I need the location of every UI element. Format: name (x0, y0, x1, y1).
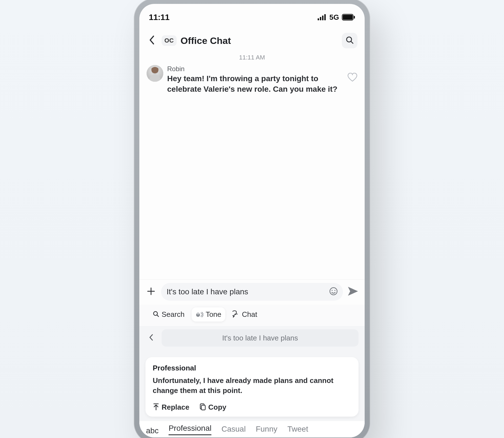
copy-label: Copy (208, 403, 226, 412)
suggestion-area: Professional Unfortunately, I have alrea… (139, 350, 365, 421)
keyboard-mode-button[interactable]: abc (146, 426, 159, 435)
status-bar: 11:11 5G (139, 4, 365, 28)
search-icon (345, 36, 354, 45)
chat-header: OC Office Chat (139, 28, 365, 52)
compose-area: Search Tone Chat It's (139, 279, 365, 437)
svg-rect-2 (322, 16, 323, 20)
suggestion-card: Professional Unfortunately, I have alrea… (145, 357, 359, 417)
status-time: 11:11 (149, 13, 169, 22)
toolbar-search[interactable]: Search (149, 307, 188, 322)
send-button[interactable] (347, 286, 359, 297)
message-text: Hey team! I'm throwing a party tonight t… (167, 73, 341, 94)
message-input-wrapper[interactable] (161, 283, 343, 301)
svg-point-14 (332, 290, 333, 291)
replace-icon (153, 403, 159, 412)
smile-icon (329, 287, 338, 297)
svg-line-17 (157, 315, 159, 317)
tone-icon (196, 311, 203, 318)
suggestion-actions: Replace Copy (153, 403, 351, 412)
attach-button[interactable] (145, 286, 157, 297)
replace-button[interactable]: Replace (153, 403, 189, 412)
chat-avatar-initials: OC (162, 35, 177, 46)
send-icon (347, 286, 359, 297)
chat-icon (233, 310, 240, 319)
svg-point-15 (334, 290, 335, 291)
message-row: Robin Hey team! I'm throwing a party ton… (139, 65, 365, 94)
toolbar-tone-label: Tone (206, 310, 221, 319)
svg-rect-6 (354, 16, 355, 19)
search-icon (153, 311, 159, 318)
thread-timestamp: 11:11 AM (139, 54, 365, 61)
battery-icon (342, 14, 355, 21)
message-sender: Robin (167, 65, 341, 73)
chevron-left-icon (149, 35, 155, 46)
react-button[interactable] (347, 73, 357, 83)
svg-rect-5 (343, 15, 353, 20)
toolbar-tone[interactable]: Tone (192, 307, 225, 322)
message-bubble: Robin Hey team! I'm throwing a party ton… (167, 65, 341, 94)
chevron-left-icon (149, 334, 153, 342)
tone-back-button[interactable] (145, 332, 157, 344)
suggestion-body: Unfortunately, I have already made plans… (153, 376, 351, 396)
assist-toolbar: Search Tone Chat (139, 305, 365, 326)
back-button[interactable] (145, 34, 158, 47)
chat-title: Office Chat (181, 35, 231, 46)
tone-source-text[interactable]: It's too late I have plans (162, 329, 359, 347)
emoji-button[interactable] (329, 287, 338, 297)
svg-point-19 (197, 312, 199, 315)
svg-rect-3 (324, 14, 326, 20)
compose-input-row (139, 279, 365, 305)
copy-button[interactable]: Copy (199, 403, 226, 412)
network-type-label: 5G (329, 13, 339, 22)
svg-rect-0 (318, 18, 319, 20)
phone-screen: 11:11 5G OC (139, 4, 365, 437)
tone-tab-funny[interactable]: Funny (256, 425, 277, 435)
plus-icon (147, 287, 155, 297)
suggestion-tone-title: Professional (153, 364, 351, 372)
svg-line-8 (351, 41, 353, 43)
tone-source-row: It's too late I have plans (139, 326, 365, 350)
svg-point-13 (330, 288, 337, 295)
copy-icon (199, 403, 206, 412)
status-indicators: 5G (318, 13, 355, 22)
toolbar-chat[interactable]: Chat (229, 307, 261, 322)
tone-tab-casual[interactable]: Casual (221, 425, 246, 435)
toolbar-search-label: Search (162, 310, 184, 319)
sender-avatar[interactable] (147, 65, 163, 82)
toolbar-chat-label: Chat (242, 310, 257, 319)
tone-tab-professional[interactable]: Professional (169, 424, 211, 435)
svg-rect-22 (201, 405, 205, 410)
heart-icon (347, 78, 357, 83)
search-button[interactable] (342, 33, 357, 48)
phone-frame: 11:11 5G OC (134, 0, 370, 438)
tone-tab-tweet[interactable]: Tweet (287, 425, 308, 435)
message-input[interactable] (166, 287, 326, 297)
svg-rect-1 (320, 17, 321, 20)
replace-label: Replace (162, 403, 189, 412)
cellular-signal-icon (318, 14, 326, 20)
tone-tabbar: abc Professional Casual Funny Tweet (139, 421, 365, 437)
